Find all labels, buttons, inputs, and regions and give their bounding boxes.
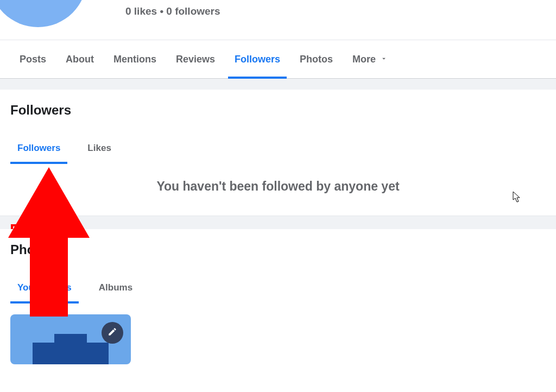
photos-card: Photos Your Photos Albums bbox=[0, 229, 556, 364]
followers-empty-state: You haven't been followed by anyone yet bbox=[10, 179, 546, 194]
subtab-likes[interactable]: Likes bbox=[80, 133, 118, 163]
subtab-albums[interactable]: Albums bbox=[92, 273, 140, 302]
tab-label: Photos bbox=[300, 54, 333, 65]
photo-thumbnail[interactable] bbox=[10, 314, 131, 364]
followers-subtabs: Followers Likes bbox=[10, 133, 546, 163]
tab-reviews[interactable]: Reviews bbox=[166, 43, 225, 75]
subtab-label: Likes bbox=[87, 143, 111, 154]
tab-mentions[interactable]: Mentions bbox=[104, 43, 166, 75]
followers-section-title: Followers bbox=[10, 103, 546, 118]
tab-label: About bbox=[66, 54, 94, 65]
profile-avatar[interactable] bbox=[0, 0, 87, 27]
subtab-followers[interactable]: Followers bbox=[10, 133, 67, 163]
followers-card: Followers Followers Likes You haven't be… bbox=[0, 90, 556, 216]
subtab-your-photos[interactable]: Your Photos bbox=[10, 273, 79, 302]
photos-section-title: Photos bbox=[10, 242, 546, 257]
tab-photos[interactable]: Photos bbox=[290, 43, 343, 75]
tab-about[interactable]: About bbox=[56, 43, 104, 75]
subtab-label: Your Photos bbox=[17, 282, 72, 293]
tab-label: Mentions bbox=[113, 54, 156, 65]
photos-subtabs: Your Photos Albums bbox=[10, 273, 546, 302]
chevron-down-icon bbox=[380, 54, 388, 65]
photo-placeholder-shape bbox=[33, 343, 109, 364]
profile-header: 0 likes • 0 followers bbox=[0, 0, 556, 40]
pencil-icon bbox=[108, 327, 117, 339]
tab-label: More bbox=[352, 54, 376, 65]
tab-label: Followers bbox=[235, 54, 280, 65]
subtab-label: Followers bbox=[17, 143, 60, 154]
tab-more[interactable]: More bbox=[343, 43, 397, 75]
tab-followers[interactable]: Followers bbox=[225, 43, 290, 75]
subtab-label: Albums bbox=[99, 282, 132, 293]
primary-tabbar: Posts About Mentions Reviews Followers P… bbox=[0, 40, 556, 79]
tab-label: Reviews bbox=[176, 54, 215, 65]
tab-label: Posts bbox=[20, 54, 46, 65]
tab-posts[interactable]: Posts bbox=[10, 43, 56, 75]
separator-strip bbox=[0, 79, 556, 90]
page-root: 0 likes • 0 followers Posts About Mentio… bbox=[0, 0, 556, 392]
avatar-wrap bbox=[0, 0, 87, 27]
edit-photo-button[interactable] bbox=[102, 322, 123, 344]
profile-stats: 0 likes • 0 followers bbox=[125, 5, 220, 17]
separator-strip bbox=[0, 216, 556, 229]
